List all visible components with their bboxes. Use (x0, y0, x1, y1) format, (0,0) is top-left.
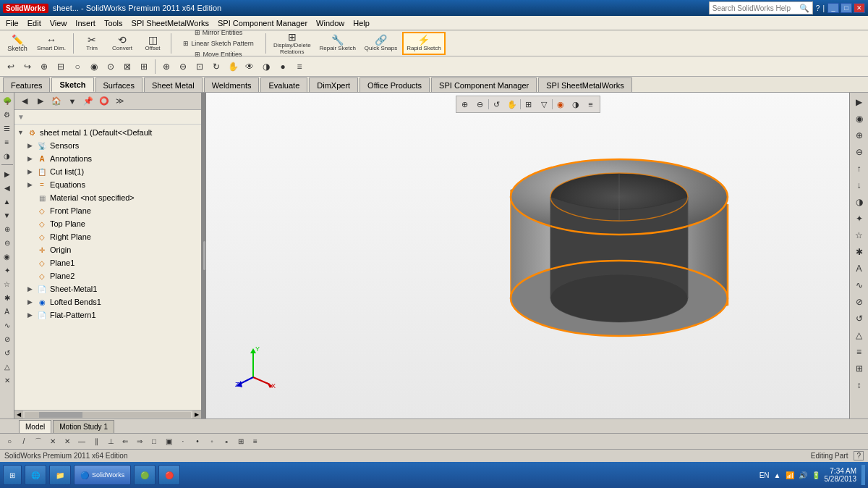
tree-material[interactable]: ▦ Material <not specified> (14, 191, 201, 204)
lp-back[interactable]: ◀ (17, 94, 32, 109)
st-btn-12[interactable]: ∿ (1, 319, 14, 332)
menu-file[interactable]: File (1, 17, 23, 29)
tree-annotations[interactable]: ▶ A Annotations (14, 152, 201, 165)
ri-2[interactable]: ◉ (851, 111, 867, 127)
lp-pin[interactable]: 📌 (81, 94, 95, 109)
rapid-sketch-button[interactable]: ⚡ Rapid Sketch (402, 32, 446, 55)
feature-tree[interactable]: ▼ ⚙ sheet metal 1 (Default<<Default ▶ 📡 … (14, 125, 201, 410)
tree-top-plane[interactable]: ◇ Top Plane (14, 217, 201, 230)
tb2-view[interactable]: 👁 (242, 59, 258, 75)
menu-tools[interactable]: Tools (100, 17, 127, 29)
vp-view-mode[interactable]: ⊞ (522, 98, 536, 111)
tree-sensors[interactable]: ▶ 📡 Sensors (14, 139, 201, 152)
tree-origin[interactable]: ✛ Origin (14, 243, 201, 256)
ri-8[interactable]: ✦ (851, 211, 867, 227)
st-btn-11[interactable]: A (1, 305, 14, 318)
st-btn-2[interactable]: ◀ (1, 181, 14, 194)
scroll-track[interactable] (25, 412, 191, 418)
sk-more[interactable]: ≡ (249, 435, 262, 448)
sk-sq2[interactable]: ▣ (162, 435, 175, 448)
ri-4[interactable]: ⊖ (851, 144, 867, 160)
tb2-fit[interactable]: ⊡ (192, 59, 208, 75)
tb2-btn-8[interactable]: ⊠ (119, 59, 135, 75)
taskbar-app3[interactable]: 🔵 SolidWorks (74, 465, 131, 485)
help-button[interactable]: ? (854, 451, 864, 460)
property-manager-icon[interactable]: ⚙ (1, 108, 14, 121)
taskbar-app5[interactable]: 🔴 (158, 465, 180, 485)
ri-1[interactable]: ▶ (851, 94, 867, 110)
tb2-btn-4[interactable]: ⊟ (53, 59, 69, 75)
ri-9[interactable]: ☆ (851, 227, 867, 243)
tb2-btn-3[interactable]: ⊕ (36, 59, 52, 75)
tb2-zoom-in[interactable]: ⊕ (158, 59, 174, 75)
sk-dot1[interactable]: · (176, 435, 190, 448)
lp-circle[interactable]: ⭕ (97, 94, 111, 109)
ri-15[interactable]: △ (851, 327, 867, 343)
tab-sheetmetal[interactable]: Sheet Metal (144, 77, 203, 92)
tree-cutlist[interactable]: ▶ 📋 Cut list(1) (14, 165, 201, 178)
vp-display-mode[interactable]: ◑ (569, 98, 583, 111)
tb2-rotate[interactable]: ↻ (208, 59, 224, 75)
vp-zoom-out[interactable]: ⊖ (473, 98, 488, 111)
vp-orientation[interactable]: ▽ (537, 98, 551, 111)
search-box[interactable]: 🔍 (709, 1, 813, 14)
start-button[interactable]: ⊞ (3, 465, 22, 485)
st-btn-15[interactable]: △ (1, 360, 14, 373)
vp-color[interactable]: ◉ (553, 98, 568, 111)
tb2-more[interactable]: ≡ (292, 59, 307, 75)
st-btn-3[interactable]: ▲ (1, 195, 14, 208)
sk-dbl[interactable]: ∥ (90, 435, 103, 448)
st-btn-16[interactable]: ✕ (1, 374, 14, 387)
ri-17[interactable]: ⊞ (851, 361, 867, 376)
ri-11[interactable]: A (851, 261, 867, 277)
sk-circle[interactable]: ○ (3, 435, 16, 448)
tb2-btn-7[interactable]: ⊙ (103, 59, 119, 75)
vp-more[interactable]: ≡ (584, 98, 598, 111)
tree-root[interactable]: ▼ ⚙ sheet metal 1 (Default<<Default (14, 126, 201, 139)
menu-edit[interactable]: Edit (23, 17, 46, 29)
sk-x1[interactable]: ✕ (46, 435, 59, 448)
sk-dot2[interactable]: • (191, 435, 204, 448)
st-btn-4[interactable]: ▼ (1, 209, 14, 222)
menu-insert[interactable]: Insert (71, 17, 100, 29)
tab-motion-study[interactable]: Motion Study 1 (53, 420, 114, 433)
tb2-btn-2[interactable]: ↪ (20, 59, 35, 75)
tree-plane1[interactable]: ◇ Plane1 (14, 256, 201, 269)
st-btn-5[interactable]: ⊕ (1, 222, 14, 235)
st-btn-7[interactable]: ◉ (1, 250, 14, 263)
show-desktop[interactable] (861, 465, 865, 485)
mirror-entities-button[interactable]: ⊞ Mirror Entities (175, 28, 262, 38)
tab-evaluate[interactable]: Evaluate (260, 77, 307, 92)
sk-perp[interactable]: ⊥ (104, 435, 117, 448)
tb2-btn-6[interactable]: ◉ (86, 59, 102, 75)
search-input[interactable] (712, 4, 799, 12)
tree-right-plane[interactable]: ◇ Right Plane (14, 230, 201, 243)
st-btn-14[interactable]: ↺ (1, 346, 14, 359)
ri-5[interactable]: ↑ (851, 161, 867, 177)
sk-arr1[interactable]: ⇐ (119, 435, 132, 448)
ri-16[interactable]: ≡ (851, 344, 867, 360)
tab-surfaces[interactable]: Surfaces (95, 77, 142, 92)
tab-spi-component[interactable]: SPI Component Manager (431, 77, 537, 92)
quick-snaps-button[interactable]: 🔗 Quick Snaps (361, 32, 401, 55)
sk-arr2[interactable]: ⇒ (133, 435, 146, 448)
maximize-button[interactable]: □ (841, 3, 852, 13)
tb2-zoom-out[interactable]: ⊖ (175, 59, 191, 75)
ri-6[interactable]: ↓ (851, 177, 867, 193)
ri-10[interactable]: ✱ (851, 244, 867, 260)
linear-sketch-button[interactable]: ⊞ Linear Sketch Pattern (175, 38, 262, 49)
sk-x2[interactable]: ✕ (61, 435, 74, 448)
vp-rotate[interactable]: ↺ (490, 98, 504, 111)
ri-18[interactable]: ↕ (851, 377, 867, 393)
ri-13[interactable]: ⊘ (851, 294, 867, 310)
viewport[interactable]: ⊕ ⊖ ↺ ✋ ⊞ ▽ ◉ ◑ ≡ (206, 93, 849, 418)
lp-home[interactable]: 🏠 (49, 94, 64, 109)
vp-zoom-in[interactable]: ⊕ (458, 98, 472, 111)
tab-model[interactable]: Model (19, 420, 51, 433)
tab-spi-sheetmetal[interactable]: SPI SheetMetalWorks (538, 77, 631, 92)
sk-line[interactable]: — (75, 435, 88, 448)
convert-entities-button[interactable]: ⟲ Convert (108, 32, 137, 55)
tree-front-plane[interactable]: ◇ Front Plane (14, 204, 201, 217)
lp-more[interactable]: ≫ (113, 94, 127, 109)
offset-entities-button[interactable]: ◫ Offset (138, 32, 167, 55)
